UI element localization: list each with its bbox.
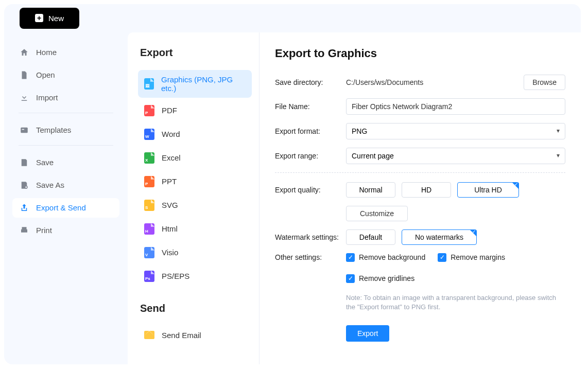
- sidebar-item-label: Home: [36, 48, 57, 57]
- visio-icon: V: [144, 247, 154, 258]
- sidebar-item-label: Save: [36, 158, 54, 167]
- import-icon: [20, 93, 29, 102]
- checkbox-remove-background[interactable]: ✓ Remove background: [346, 253, 425, 262]
- send-title: Send: [140, 303, 252, 314]
- export-item-visio[interactable]: V Visio: [138, 242, 252, 263]
- export-format-select[interactable]: PNG: [346, 123, 565, 139]
- body: Home Open Import Templates Save: [4, 32, 581, 364]
- checkbox-remove-margins[interactable]: ✓ Remove margins: [438, 253, 505, 262]
- app-window: + New Home Open Import Templates: [4, 4, 581, 364]
- export-item-html[interactable]: H Html: [138, 218, 252, 240]
- sidebar-item-save[interactable]: Save: [12, 153, 119, 172]
- save-icon: [20, 158, 29, 167]
- sidebar-item-home[interactable]: Home: [12, 43, 119, 62]
- svg-rect-0: [21, 127, 28, 133]
- sidebar-item-label: Open: [36, 70, 55, 79]
- export-item-label: Word: [162, 130, 180, 138]
- row-save-directory: Save directory: C:/Users/ws/Documents Br…: [275, 75, 565, 90]
- sidebar-item-templates[interactable]: Templates: [12, 120, 119, 140]
- export-item-label: PS/EPS: [162, 272, 189, 280]
- export-range-select[interactable]: Current page: [346, 148, 565, 164]
- browse-button[interactable]: Browse: [524, 75, 565, 90]
- send-email-label: Send Email: [162, 331, 201, 340]
- export-item-label: PDF: [162, 106, 177, 115]
- sidebar: Home Open Import Templates Save: [4, 32, 128, 364]
- send-email-item[interactable]: Send Email: [138, 326, 252, 345]
- quality-ultra-hd[interactable]: Ultra HD: [457, 182, 519, 198]
- value-save-directory: C:/Users/ws/Documents: [346, 78, 518, 86]
- mail-icon: [144, 331, 154, 339]
- label-save-directory: Save directory:: [275, 78, 346, 86]
- watermark-none[interactable]: No watermarks: [402, 229, 477, 245]
- export-button[interactable]: Export: [346, 325, 389, 342]
- export-item-label: Excel: [162, 153, 181, 162]
- sidebar-item-open[interactable]: Open: [12, 65, 119, 85]
- row-export-range: Export range: Current page: [275, 148, 565, 164]
- customize-button[interactable]: Customize: [346, 206, 408, 221]
- templates-icon: [20, 126, 29, 135]
- sidebar-item-label: Templates: [36, 126, 71, 134]
- html-icon: H: [144, 223, 154, 235]
- sidebar-item-export-send[interactable]: Export & Send: [12, 198, 119, 218]
- save-as-icon: [20, 181, 29, 190]
- row-file-name: File Name:: [275, 98, 565, 115]
- watermark-default[interactable]: Default: [346, 229, 395, 245]
- sidebar-item-import[interactable]: Import: [12, 88, 119, 108]
- export-item-label: Visio: [162, 248, 178, 257]
- export-item-label: Html: [162, 224, 178, 233]
- row-export-quality: Export quality: Normal HD Ultra HD: [275, 182, 565, 198]
- export-item-label: Graphics (PNG, JPG etc.): [161, 75, 246, 93]
- export-item-ppt[interactable]: P PPT: [138, 171, 252, 192]
- image-icon: 🖼: [144, 78, 154, 90]
- topbar: + New: [4, 4, 581, 32]
- sidebar-item-save-as[interactable]: Save As: [12, 175, 119, 195]
- export-item-svg[interactable]: S SVG: [138, 194, 252, 216]
- export-item-word[interactable]: W Word: [138, 123, 252, 145]
- checkmark-icon: ✓: [346, 274, 355, 283]
- sidebar-separator: [19, 145, 113, 146]
- export-item-ps-eps[interactable]: Ps PS/EPS: [138, 265, 252, 287]
- label-export-quality: Export quality:: [275, 186, 346, 194]
- sidebar-item-label: Print: [36, 226, 52, 235]
- export-title: Export: [140, 47, 252, 59]
- file-name-input[interactable]: [346, 98, 565, 115]
- row-customize: Customize: [275, 206, 565, 221]
- new-button[interactable]: + New: [20, 8, 79, 29]
- svg-rect-1: [22, 129, 25, 130]
- export-column: Export 🖼 Graphics (PNG, JPG etc.) P PDF …: [128, 32, 260, 364]
- note-text: Note: To obtain an image with a transpar…: [346, 293, 565, 312]
- row-watermark: Watermark settings: Default No watermark…: [275, 229, 565, 245]
- export-item-label: PPT: [162, 177, 177, 186]
- home-icon: [20, 48, 29, 57]
- checkmark-icon: ✓: [438, 253, 446, 262]
- select-value: PNG: [352, 127, 367, 135]
- quality-hd[interactable]: HD: [402, 182, 451, 198]
- ps-icon: Ps: [144, 271, 154, 282]
- row-export-format: Export format: PNG: [275, 123, 565, 139]
- sidebar-separator: [19, 113, 113, 113]
- sidebar-item-label: Import: [36, 93, 58, 102]
- excel-icon: X: [144, 152, 154, 164]
- label-watermark: Watermark settings:: [275, 233, 346, 241]
- new-button-label: New: [48, 14, 64, 23]
- sidebar-item-label: Save As: [36, 181, 64, 189]
- sidebar-item-label: Export & Send: [36, 203, 86, 212]
- pdf-icon: P: [144, 105, 154, 116]
- export-item-pdf[interactable]: P PDF: [138, 100, 252, 121]
- quality-normal[interactable]: Normal: [346, 182, 395, 198]
- label-file-name: File Name:: [275, 102, 346, 111]
- file-icon: [20, 70, 29, 80]
- detail-title: Export to Graphics: [275, 47, 565, 60]
- export-icon: [20, 203, 29, 212]
- print-icon: [20, 226, 29, 235]
- sidebar-item-print[interactable]: Print: [12, 221, 119, 240]
- checkbox-remove-gridlines[interactable]: ✓ Remove gridlines: [346, 274, 414, 283]
- select-value: Current page: [352, 152, 394, 160]
- main-panel: Export 🖼 Graphics (PNG, JPG etc.) P PDF …: [128, 32, 581, 364]
- label-export-range: Export range:: [275, 152, 346, 160]
- label-export-format: Export format:: [275, 127, 346, 135]
- plus-icon: +: [35, 14, 43, 22]
- export-item-excel[interactable]: X Excel: [138, 147, 252, 169]
- export-item-graphics[interactable]: 🖼 Graphics (PNG, JPG etc.): [138, 70, 252, 98]
- row-other-settings: Other settings: ✓ Remove background ✓ Re…: [275, 253, 565, 342]
